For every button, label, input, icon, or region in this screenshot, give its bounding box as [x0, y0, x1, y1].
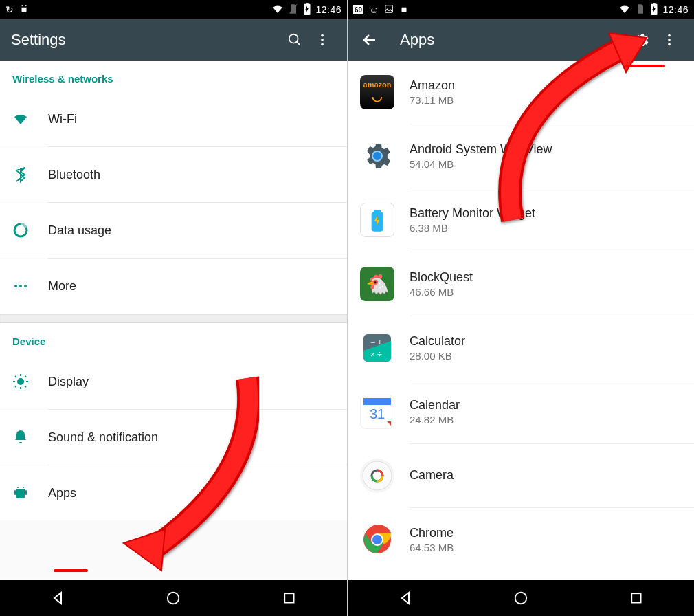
settings-row-sound[interactable]: Sound & notification: [0, 410, 347, 465]
svg-rect-22: [385, 5, 393, 12]
svg-point-44: [515, 593, 527, 604]
page-title: Settings: [11, 31, 281, 49]
svg-point-9: [321, 43, 324, 46]
no-sim-icon: [288, 3, 299, 16]
row-label: Data usage: [48, 223, 111, 238]
settings-row-apps[interactable]: Apps: [0, 465, 347, 520]
app-name: Calculator: [410, 334, 465, 349]
svg-point-5: [289, 34, 298, 43]
nav-bar: [0, 580, 347, 616]
page-title: Apps: [400, 31, 628, 49]
app-name: Battery Monitor Widget: [410, 206, 535, 221]
android-icon: [19, 4, 29, 16]
cpu-temp-icon: 69: [353, 6, 363, 14]
svg-rect-24: [653, 3, 656, 4]
list-item[interactable]: Battery Monitor Widget 6.38 MB: [348, 188, 694, 252]
list-item[interactable]: Camera: [348, 444, 694, 507]
svg-point-38: [363, 461, 392, 490]
svg-text:× ÷: × ÷: [370, 350, 382, 360]
svg-point-19: [168, 593, 179, 604]
svg-point-28: [372, 151, 382, 161]
overflow-menu-button[interactable]: [656, 26, 683, 54]
app-size: 24.82 MB: [410, 414, 460, 426]
list-item[interactable]: Chrome 64.53 MB: [348, 508, 694, 571]
app-name: Calendar: [410, 398, 460, 412]
row-label: Display: [48, 375, 89, 389]
row-label: Bluetooth: [48, 168, 100, 182]
display-icon: [12, 373, 48, 390]
settings-row-bluetooth[interactable]: Bluetooth: [0, 147, 347, 202]
nav-back-button[interactable]: [37, 590, 78, 606]
row-label: Sound & notification: [48, 430, 158, 445]
apps-appbar: Apps: [348, 19, 694, 60]
no-sim-icon: [635, 3, 646, 16]
app-list[interactable]: amazon◡ Amazon 73.11 MB Android System W…: [348, 60, 694, 580]
bell-icon: [12, 429, 48, 446]
settings-row-more[interactable]: More: [0, 258, 347, 314]
nav-recents-button[interactable]: [616, 591, 657, 605]
app-icon-status: ☺: [369, 4, 379, 15]
settings-list[interactable]: Wireless & networks Wi-Fi Bluetooth Data…: [0, 60, 347, 580]
svg-text:− +: − +: [370, 338, 382, 347]
battery-charging-icon: [303, 3, 311, 17]
app-icon-blockquest: 🐔: [360, 267, 394, 301]
android-icon: [399, 4, 409, 16]
svg-point-43: [372, 535, 382, 544]
list-item[interactable]: 🐔 BlockQuest 46.66 MB: [348, 252, 694, 316]
phone-settings: ↻ 12:46 Settings Wireless & net: [0, 0, 347, 616]
overflow-menu-button[interactable]: [309, 26, 336, 54]
settings-row-display[interactable]: Display: [0, 354, 347, 409]
list-item[interactable]: amazon◡ Amazon 73.11 MB: [348, 60, 694, 124]
list-item[interactable]: − +× ÷ Calculator 28.00 KB: [348, 316, 694, 380]
more-icon: [12, 278, 48, 294]
nav-home-button[interactable]: [153, 591, 194, 606]
svg-rect-20: [284, 593, 293, 602]
nav-bar: [348, 580, 694, 616]
nav-back-button[interactable]: [385, 590, 426, 606]
svg-text:31: 31: [370, 406, 385, 421]
list-item[interactable]: 31 Calendar 24.82 MB: [348, 380, 694, 443]
status-bar: ↻ 12:46: [0, 0, 347, 19]
svg-point-12: [19, 285, 22, 287]
svg-rect-17: [14, 490, 16, 495]
svg-rect-35: [363, 398, 391, 405]
image-icon-status: [384, 4, 394, 16]
nav-home-button[interactable]: [500, 591, 541, 606]
app-icon-calculator: − +× ÷: [360, 331, 394, 365]
wifi-icon: [12, 111, 48, 127]
app-size: 46.66 MB: [410, 286, 473, 298]
app-icon-webview: [360, 139, 394, 173]
app-name: Chrome: [410, 526, 454, 540]
svg-point-11: [14, 285, 17, 287]
search-button[interactable]: [281, 26, 309, 54]
svg-rect-18: [25, 490, 27, 495]
app-icon-camera: [360, 459, 394, 493]
apps-settings-button[interactable]: [628, 26, 656, 54]
list-item[interactable]: Android System WebView 54.04 MB: [348, 124, 694, 188]
svg-point-13: [24, 285, 27, 287]
svg-point-14: [17, 378, 24, 385]
svg-point-8: [321, 38, 324, 41]
app-icon-amazon: amazon◡: [360, 75, 394, 109]
app-icon-chrome: [360, 522, 394, 557]
app-size: 54.04 MB: [410, 158, 552, 170]
wifi-status-icon: [271, 3, 284, 17]
status-bar: 69 ☺ 12:46: [348, 0, 694, 19]
nav-recents-button[interactable]: [269, 591, 310, 605]
app-icon-battery: [360, 203, 394, 237]
app-name: Camera: [410, 468, 454, 483]
settings-row-datausage[interactable]: Data usage: [0, 203, 347, 258]
app-size: 28.00 KB: [410, 350, 465, 362]
app-name: Amazon: [410, 78, 455, 93]
settings-row-wifi[interactable]: Wi-Fi: [0, 91, 347, 146]
wifi-status-icon: [618, 3, 631, 17]
app-name: Android System WebView: [410, 142, 552, 157]
svg-rect-45: [631, 593, 640, 602]
row-label: Apps: [48, 486, 76, 500]
battery-charging-icon: [650, 3, 658, 17]
svg-point-15: [17, 487, 19, 488]
svg-point-16: [23, 487, 24, 488]
data-usage-icon: [12, 222, 48, 239]
back-button[interactable]: [356, 26, 383, 54]
clock: 12:46: [315, 4, 342, 15]
